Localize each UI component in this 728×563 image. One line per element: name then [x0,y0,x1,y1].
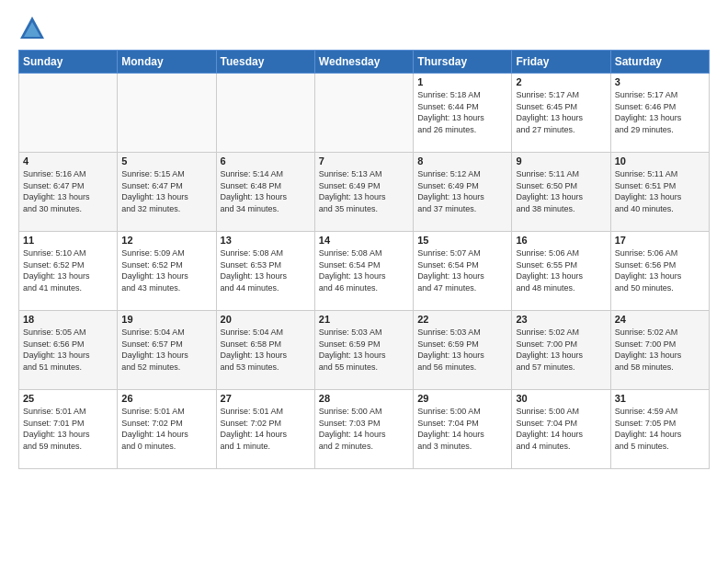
weekday-row: SundayMondayTuesdayWednesdayThursdayFrid… [19,51,710,74]
day-number: 5 [121,155,211,167]
day-number: 6 [221,155,311,167]
calendar-cell: 30Sunrise: 5:00 AM Sunset: 7:04 PM Dayli… [512,390,610,469]
calendar-cell: 21Sunrise: 5:03 AM Sunset: 6:59 PM Dayli… [314,311,413,390]
calendar-cell: 6Sunrise: 5:14 AM Sunset: 6:48 PM Daylig… [216,153,314,232]
cell-content: Sunrise: 5:08 AM Sunset: 6:54 PM Dayligh… [319,247,409,293]
calendar-cell: 12Sunrise: 5:09 AM Sunset: 6:52 PM Dayli… [118,232,216,311]
day-number: 15 [417,235,507,246]
day-number: 10 [615,155,705,167]
calendar-cell: 14Sunrise: 5:08 AM Sunset: 6:54 PM Dayli… [314,232,413,311]
cell-content: Sunrise: 5:00 AM Sunset: 7:03 PM Dayligh… [319,406,409,452]
calendar-header: SundayMondayTuesdayWednesdayThursdayFrid… [19,51,710,74]
day-number: 16 [516,235,606,246]
calendar-cell: 20Sunrise: 5:04 AM Sunset: 6:58 PM Dayli… [216,311,314,390]
calendar-cell [216,74,314,153]
day-number: 22 [417,314,507,325]
calendar-table: SundayMondayTuesdayWednesdayThursdayFrid… [18,50,710,469]
day-number: 21 [319,314,409,325]
calendar-cell: 18Sunrise: 5:05 AM Sunset: 6:56 PM Dayli… [19,311,118,390]
cell-content: Sunrise: 5:14 AM Sunset: 6:48 PM Dayligh… [221,168,311,214]
cell-content: Sunrise: 5:13 AM Sunset: 6:49 PM Dayligh… [319,168,409,214]
weekday-header-thursday: Thursday [414,51,512,74]
day-number: 23 [516,314,606,325]
day-number: 28 [319,393,409,404]
weekday-header-saturday: Saturday [610,51,709,74]
day-number: 27 [221,393,311,404]
cell-content: Sunrise: 5:01 AM Sunset: 7:02 PM Dayligh… [221,406,311,452]
weekday-header-wednesday: Wednesday [314,51,413,74]
calendar-cell: 28Sunrise: 5:00 AM Sunset: 7:03 PM Dayli… [314,390,413,469]
cell-content: Sunrise: 5:02 AM Sunset: 7:00 PM Dayligh… [516,327,606,373]
calendar-cell: 5Sunrise: 5:15 AM Sunset: 6:47 PM Daylig… [118,153,216,232]
day-number: 4 [23,155,113,167]
calendar-cell: 29Sunrise: 5:00 AM Sunset: 7:04 PM Dayli… [414,390,512,469]
header [18,15,710,42]
cell-content: Sunrise: 5:06 AM Sunset: 6:56 PM Dayligh… [615,247,705,293]
calendar-cell [314,74,413,153]
calendar-cell: 26Sunrise: 5:01 AM Sunset: 7:02 PM Dayli… [118,390,216,469]
logo-icon [18,15,46,42]
calendar-body: 1Sunrise: 5:18 AM Sunset: 6:44 PM Daylig… [19,74,710,469]
calendar-cell [19,74,118,153]
calendar-cell: 10Sunrise: 5:11 AM Sunset: 6:51 PM Dayli… [610,153,709,232]
logo [18,15,50,42]
cell-content: Sunrise: 5:17 AM Sunset: 6:45 PM Dayligh… [516,89,606,135]
cell-content: Sunrise: 5:07 AM Sunset: 6:54 PM Dayligh… [417,247,507,293]
day-number: 11 [23,235,113,246]
cell-content: Sunrise: 5:16 AM Sunset: 6:47 PM Dayligh… [23,168,113,214]
calendar-cell: 25Sunrise: 5:01 AM Sunset: 7:01 PM Dayli… [19,390,118,469]
calendar-cell: 11Sunrise: 5:10 AM Sunset: 6:52 PM Dayli… [19,232,118,311]
week-row-4: 18Sunrise: 5:05 AM Sunset: 6:56 PM Dayli… [19,311,710,390]
day-number: 14 [319,235,409,246]
cell-content: Sunrise: 5:00 AM Sunset: 7:04 PM Dayligh… [516,406,606,452]
calendar-cell: 19Sunrise: 5:04 AM Sunset: 6:57 PM Dayli… [118,311,216,390]
cell-content: Sunrise: 5:05 AM Sunset: 6:56 PM Dayligh… [23,327,113,373]
day-number: 25 [23,393,113,404]
week-row-3: 11Sunrise: 5:10 AM Sunset: 6:52 PM Dayli… [19,232,710,311]
weekday-header-tuesday: Tuesday [216,51,314,74]
day-number: 13 [221,235,311,246]
calendar-cell: 23Sunrise: 5:02 AM Sunset: 7:00 PM Dayli… [512,311,610,390]
day-number: 31 [615,393,705,404]
day-number: 20 [221,314,311,325]
calendar-cell [118,74,216,153]
day-number: 12 [121,235,211,246]
day-number: 17 [615,235,705,246]
day-number: 24 [615,314,705,325]
day-number: 18 [23,314,113,325]
day-number: 9 [516,155,606,167]
day-number: 19 [121,314,211,325]
weekday-header-monday: Monday [118,51,216,74]
day-number: 26 [121,393,211,404]
cell-content: Sunrise: 5:02 AM Sunset: 7:00 PM Dayligh… [615,327,705,373]
week-row-1: 1Sunrise: 5:18 AM Sunset: 6:44 PM Daylig… [19,74,710,153]
calendar-cell: 24Sunrise: 5:02 AM Sunset: 7:00 PM Dayli… [610,311,709,390]
calendar-cell: 17Sunrise: 5:06 AM Sunset: 6:56 PM Dayli… [610,232,709,311]
day-number: 3 [615,76,705,87]
calendar-container: SundayMondayTuesdayWednesdayThursdayFrid… [0,0,728,563]
calendar-cell: 13Sunrise: 5:08 AM Sunset: 6:53 PM Dayli… [216,232,314,311]
cell-content: Sunrise: 5:11 AM Sunset: 6:51 PM Dayligh… [615,168,705,214]
cell-content: Sunrise: 5:03 AM Sunset: 6:59 PM Dayligh… [417,327,507,373]
calendar-cell: 15Sunrise: 5:07 AM Sunset: 6:54 PM Dayli… [414,232,512,311]
calendar-cell: 8Sunrise: 5:12 AM Sunset: 6:49 PM Daylig… [414,153,512,232]
cell-content: Sunrise: 5:06 AM Sunset: 6:55 PM Dayligh… [516,247,606,293]
cell-content: Sunrise: 4:59 AM Sunset: 7:05 PM Dayligh… [615,406,705,452]
cell-content: Sunrise: 5:01 AM Sunset: 7:02 PM Dayligh… [121,406,211,452]
cell-content: Sunrise: 5:18 AM Sunset: 6:44 PM Dayligh… [417,89,507,135]
cell-content: Sunrise: 5:11 AM Sunset: 6:50 PM Dayligh… [516,168,606,214]
cell-content: Sunrise: 5:08 AM Sunset: 6:53 PM Dayligh… [221,247,311,293]
week-row-2: 4Sunrise: 5:16 AM Sunset: 6:47 PM Daylig… [19,153,710,232]
calendar-cell: 1Sunrise: 5:18 AM Sunset: 6:44 PM Daylig… [414,74,512,153]
cell-content: Sunrise: 5:03 AM Sunset: 6:59 PM Dayligh… [319,327,409,373]
calendar-cell: 31Sunrise: 4:59 AM Sunset: 7:05 PM Dayli… [610,390,709,469]
day-number: 30 [516,393,606,404]
cell-content: Sunrise: 5:15 AM Sunset: 6:47 PM Dayligh… [121,168,211,214]
day-number: 2 [516,76,606,87]
cell-content: Sunrise: 5:04 AM Sunset: 6:57 PM Dayligh… [121,327,211,373]
calendar-cell: 27Sunrise: 5:01 AM Sunset: 7:02 PM Dayli… [216,390,314,469]
day-number: 7 [319,155,409,167]
cell-content: Sunrise: 5:12 AM Sunset: 6:49 PM Dayligh… [417,168,507,214]
day-number: 1 [417,76,507,87]
cell-content: Sunrise: 5:17 AM Sunset: 6:46 PM Dayligh… [615,89,705,135]
